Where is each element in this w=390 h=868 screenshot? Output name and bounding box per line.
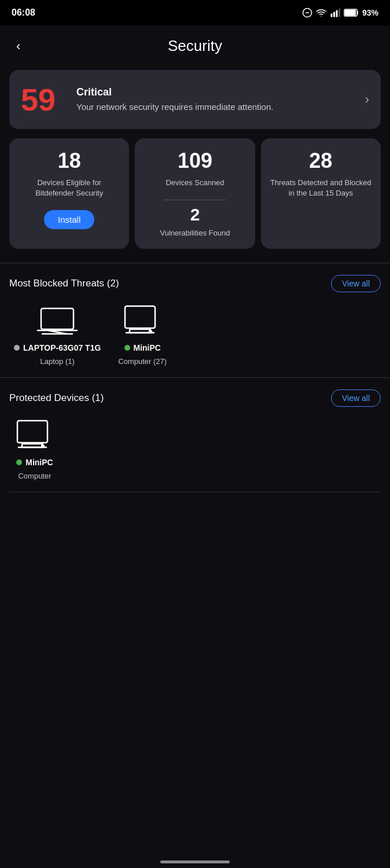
svg-rect-5 bbox=[336, 10, 337, 17]
most-blocked-section: Most Blocked Threats (2) View all LAPTOP… bbox=[0, 263, 390, 377]
computer-icon-protected bbox=[14, 418, 56, 453]
device-item-minipc-protected[interactable]: MiniPC Computer bbox=[14, 418, 56, 480]
device-item-laptop[interactable]: LAPTOP-63G07 T1G Laptop (1) bbox=[14, 304, 101, 366]
stat-card-eligible: 18 Devices Eligible for Bitdefender Secu… bbox=[9, 138, 129, 249]
computer-icon-threats bbox=[122, 304, 163, 339]
status-icons: 93% bbox=[302, 8, 378, 18]
protected-devices-header: Protected Devices (1) View all bbox=[9, 389, 381, 407]
back-button[interactable]: ‹ bbox=[12, 36, 25, 56]
most-blocked-header: Most Blocked Threats (2) View all bbox=[9, 275, 381, 292]
svg-rect-3 bbox=[330, 14, 332, 17]
critical-number: 59 bbox=[21, 82, 67, 117]
minipc-protected-type: Computer bbox=[18, 472, 51, 480]
protected-devices-title: Protected Devices (1) bbox=[9, 392, 104, 404]
wifi-icon bbox=[316, 8, 326, 18]
protected-devices-view-all[interactable]: View all bbox=[331, 389, 381, 407]
stats-row: 18 Devices Eligible for Bitdefender Secu… bbox=[0, 138, 390, 249]
computer-svg-threats bbox=[122, 304, 163, 339]
signal-icon bbox=[330, 8, 340, 18]
stat-divider bbox=[164, 200, 226, 200]
svg-rect-6 bbox=[339, 9, 340, 17]
battery-icon bbox=[344, 9, 359, 17]
svg-point-21 bbox=[42, 445, 44, 447]
laptop-name: LAPTOP-63G07 T1G bbox=[23, 343, 101, 352]
svg-point-17 bbox=[149, 330, 152, 333]
battery-percent: 93% bbox=[362, 8, 378, 17]
scanned-number: 109 bbox=[178, 149, 212, 173]
page-title: Security bbox=[168, 37, 222, 55]
dnd-icon bbox=[302, 8, 312, 18]
laptop-svg bbox=[36, 304, 78, 339]
eligible-number: 18 bbox=[58, 149, 81, 173]
page-header: ‹ Security bbox=[0, 25, 390, 61]
most-blocked-devices-grid: LAPTOP-63G07 T1G Laptop (1) MiniPC Compu… bbox=[9, 304, 381, 366]
minipc-threats-name: MiniPC bbox=[134, 343, 161, 352]
laptop-type: Laptop (1) bbox=[41, 357, 75, 366]
minipc-threats-status-dot bbox=[124, 345, 130, 351]
most-blocked-title: Most Blocked Threats (2) bbox=[9, 278, 119, 289]
device-item-minipc-threats[interactable]: MiniPC Computer (27) bbox=[118, 304, 167, 366]
install-button[interactable]: Install bbox=[44, 210, 94, 229]
status-bar: 06:08 93% bbox=[0, 0, 390, 25]
critical-description: Your network security requires immediate… bbox=[76, 101, 356, 113]
minipc-protected-status-dot bbox=[16, 459, 22, 465]
minipc-threats-type: Computer (27) bbox=[118, 357, 167, 366]
vulnerabilities-number: 2 bbox=[190, 205, 200, 225]
threats-label: Threats Detected and Blocked in the Last… bbox=[269, 178, 373, 198]
minipc-protected-name: MiniPC bbox=[25, 458, 53, 467]
svg-point-2 bbox=[321, 16, 322, 17]
critical-card[interactable]: 59 Critical Your network security requir… bbox=[9, 70, 381, 129]
laptop-status-dot bbox=[14, 345, 20, 351]
stat-card-scanned: 109 Devices Scanned 2 Vulnerabilities Fo… bbox=[135, 138, 255, 249]
critical-label: Critical bbox=[76, 86, 356, 98]
vulnerabilities-label: Vulnerabilities Found bbox=[160, 228, 230, 238]
svg-rect-14 bbox=[125, 306, 155, 328]
home-indicator bbox=[160, 860, 230, 863]
svg-rect-4 bbox=[333, 12, 335, 17]
svg-rect-18 bbox=[17, 421, 47, 443]
protected-devices-grid: MiniPC Computer bbox=[9, 418, 381, 480]
threats-number: 28 bbox=[309, 149, 332, 173]
stat-card-threats: 28 Threats Detected and Blocked in the L… bbox=[261, 138, 381, 249]
svg-rect-9 bbox=[345, 10, 356, 16]
computer-svg-protected bbox=[14, 418, 56, 453]
protected-devices-section: Protected Devices (1) View all MiniPC Co… bbox=[0, 377, 390, 492]
bottom-divider bbox=[9, 492, 381, 492]
eligible-label: Devices Eligible for Bitdefender Securit… bbox=[17, 178, 121, 198]
scanned-label: Devices Scanned bbox=[165, 178, 224, 188]
status-time: 06:08 bbox=[12, 8, 35, 18]
most-blocked-view-all[interactable]: View all bbox=[331, 275, 381, 292]
laptop-icon bbox=[36, 304, 78, 339]
svg-rect-10 bbox=[41, 308, 73, 329]
svg-rect-8 bbox=[357, 11, 358, 14]
critical-arrow-icon: › bbox=[365, 92, 369, 107]
